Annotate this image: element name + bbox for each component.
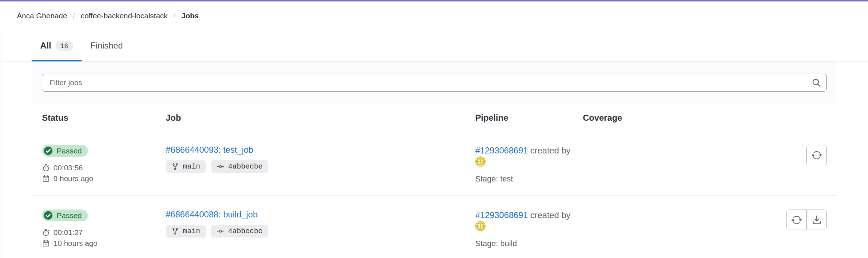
download-artifacts-button[interactable] — [806, 209, 827, 230]
breadcrumb-current-jobs[interactable]: Jobs — [181, 11, 199, 20]
pipeline-cell: #1293068691 created by Stage: build — [475, 196, 583, 258]
search-button[interactable] — [806, 74, 827, 92]
tab-finished[interactable]: Finished — [82, 30, 132, 61]
job-tags: main 4abbecbe — [166, 160, 475, 173]
pipeline-cell: #1293068691 created by Stage: test — [475, 131, 583, 195]
status-cell: Passed 00:01:27 10 hours ago — [32, 196, 166, 258]
status-badge-label: Passed — [57, 211, 82, 220]
coverage-cell — [583, 196, 705, 258]
pipeline-info: #1293068691 created by — [475, 209, 583, 232]
breadcrumb-project-link[interactable]: coffee-backend-localstack — [81, 11, 168, 20]
pipeline-stage: Stage: build — [475, 239, 583, 248]
breadcrumb: Anca Ghenade / coffee-backend-localstack… — [0, 1, 868, 30]
filter-bar — [32, 61, 836, 103]
actions-cell — [705, 196, 836, 258]
pipeline-creator-avatar[interactable] — [475, 156, 486, 167]
pipeline-link[interactable]: #1293068691 — [475, 146, 528, 155]
status-badge: Passed — [42, 209, 88, 221]
tab-all[interactable]: All 16 — [32, 30, 82, 61]
header-status: Status — [32, 103, 166, 131]
retry-icon — [791, 215, 802, 225]
branch-tag[interactable]: main — [166, 160, 206, 173]
tab-all-count-badge: 16 — [56, 41, 73, 51]
job-duration: 00:01:27 — [42, 227, 166, 238]
search-icon — [811, 78, 821, 88]
actions-button-group — [786, 209, 827, 230]
status-passed-icon — [43, 146, 53, 156]
status-cell: Passed 00:03:56 9 hours ago — [32, 131, 166, 195]
breadcrumb-separator: / — [73, 11, 75, 20]
retry-job-button[interactable] — [806, 145, 827, 165]
branch-icon — [171, 227, 179, 235]
job-duration-value: 00:01:27 — [53, 227, 83, 238]
branch-tag[interactable]: main — [166, 225, 206, 238]
tab-finished-label: Finished — [90, 41, 123, 51]
avatar-icon — [475, 156, 486, 167]
pipeline-info: #1293068691 created by — [475, 145, 583, 168]
job-finished-at-value: 9 hours ago — [53, 173, 93, 184]
jobs-table: Status Job Pipeline Coverage Passed 00:0… — [32, 103, 836, 258]
job-finished-at: 10 hours ago — [42, 238, 166, 249]
tab-all-label: All — [40, 41, 51, 51]
finished-at-icon — [42, 175, 50, 183]
filter-jobs-input[interactable] — [42, 74, 806, 92]
pipeline-stage: Stage: test — [475, 174, 583, 184]
commit-tag[interactable]: 4abbecbe — [211, 225, 268, 238]
status-badge-label: Passed — [57, 146, 82, 156]
job-duration: 00:03:56 — [42, 162, 166, 173]
duration-icon — [42, 229, 50, 236]
branch-name: main — [183, 162, 200, 171]
job-finished-at-value: 10 hours ago — [53, 238, 98, 249]
table-row: Passed 00:01:27 10 hours ago #6866440088… — [32, 196, 836, 258]
commit-icon — [217, 227, 224, 235]
table-header-row: Status Job Pipeline Coverage — [32, 103, 836, 131]
commit-sha: 4abbecbe — [228, 162, 263, 171]
pipeline-created-by-text: created by — [530, 210, 571, 220]
pipeline-created-by-text: created by — [530, 146, 571, 155]
duration-icon — [42, 164, 50, 172]
table-row: Passed 00:03:56 9 hours ago #6866440093:… — [32, 131, 836, 196]
job-duration-value: 00:03:56 — [53, 162, 83, 173]
download-icon — [811, 215, 822, 225]
job-link[interactable]: #6866440088: build_job — [166, 209, 258, 219]
job-link[interactable]: #6866440093: test_job — [166, 145, 253, 155]
left-panel-edge — [1, 30, 1, 258]
breadcrumb-group-link[interactable]: Anca Ghenade — [17, 11, 67, 20]
branch-name: main — [183, 227, 200, 235]
filter-group — [42, 74, 827, 92]
header-actions — [705, 103, 836, 131]
job-cell: #6866440093: test_job main 4abbecbe — [166, 131, 475, 195]
job-finished-at: 9 hours ago — [42, 173, 166, 184]
job-cell: #6866440088: build_job main 4abbecbe — [166, 196, 475, 258]
retry-icon — [811, 150, 822, 161]
pipeline-link[interactable]: #1293068691 — [475, 210, 528, 220]
coverage-cell — [583, 131, 705, 195]
commit-sha: 4abbecbe — [228, 227, 263, 235]
finished-at-icon — [42, 239, 50, 247]
header-pipeline: Pipeline — [475, 103, 583, 131]
retry-job-button[interactable] — [786, 209, 807, 230]
pipeline-creator-avatar[interactable] — [475, 221, 486, 231]
branch-icon — [171, 163, 179, 170]
breadcrumb-separator: / — [173, 11, 175, 20]
header-coverage: Coverage — [583, 103, 705, 131]
avatar-icon — [475, 221, 486, 231]
jobs-tabs: All 16 Finished — [0, 30, 868, 61]
actions-cell — [705, 131, 836, 195]
commit-tag[interactable]: 4abbecbe — [211, 160, 268, 173]
job-tags: main 4abbecbe — [166, 225, 475, 238]
header-job: Job — [166, 103, 475, 131]
commit-icon — [217, 163, 224, 170]
status-badge: Passed — [42, 145, 88, 157]
status-passed-icon — [43, 211, 53, 220]
